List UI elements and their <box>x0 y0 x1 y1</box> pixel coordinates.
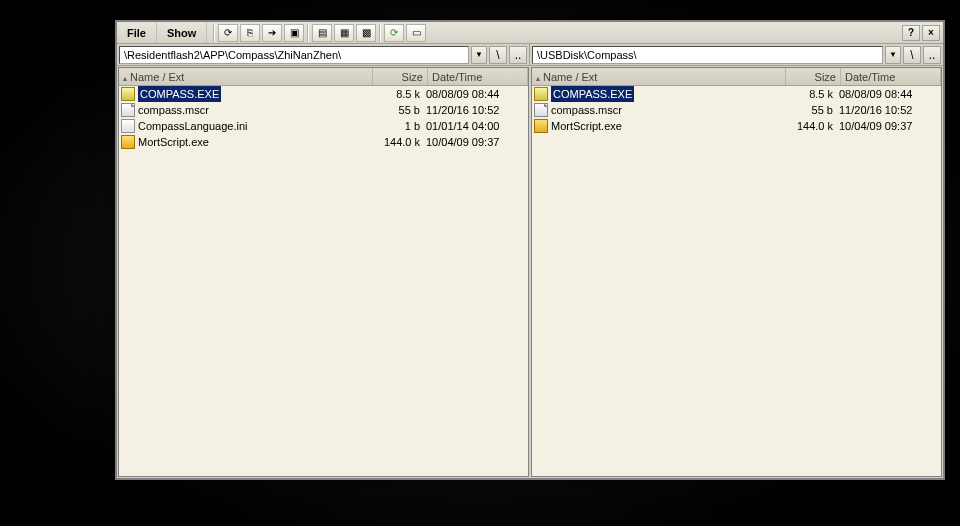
file-name: COMPASS.EXE <box>551 86 634 102</box>
toolbar-separator <box>379 24 381 42</box>
tile-icon[interactable]: ▩ <box>356 24 376 42</box>
menubar: File Show ⟳ ⎘ ➔ ▣ ▤ ▦ ▩ ⟳ ▭ ? × <box>117 22 943 44</box>
copy-icon[interactable]: ⎘ <box>240 24 260 42</box>
right-root-button[interactable]: \ <box>903 46 921 64</box>
help-button[interactable]: ? <box>902 25 920 41</box>
left-up-button[interactable]: .. <box>509 46 527 64</box>
file-row[interactable]: COMPASS.EXE8.5 k08/08/09 08:44 <box>119 86 528 102</box>
file-row[interactable]: MortScript.exe144.0 k10/04/09 09:37 <box>532 118 941 134</box>
file-date: 11/20/16 10:52 <box>839 102 939 118</box>
move-icon[interactable]: ➔ <box>262 24 282 42</box>
file-size: 144.0 k <box>784 118 839 134</box>
file-row[interactable]: MortScript.exe144.0 k10/04/09 09:37 <box>119 134 528 150</box>
refresh-icon[interactable]: ⟳ <box>384 24 404 42</box>
left-col-date[interactable]: Date/Time <box>428 68 528 85</box>
right-col-size[interactable]: Size <box>786 68 841 85</box>
toolbar-separator <box>307 24 309 42</box>
menu-file[interactable]: File <box>117 22 157 43</box>
right-column-header: ▴Name / Ext Size Date/Time <box>532 68 941 86</box>
file-manager-window: File Show ⟳ ⎘ ➔ ▣ ▤ ▦ ▩ ⟳ ▭ ? × <box>115 20 945 480</box>
file-name-cell: MortScript.exe <box>121 134 371 150</box>
path-row: \Residentflash2\APP\Compass\ZhiNanZhen\ … <box>117 44 943 66</box>
file-date: 10/04/09 09:37 <box>839 118 939 134</box>
left-col-size[interactable]: Size <box>373 68 428 85</box>
file-name-cell: compass.mscr <box>534 102 784 118</box>
file-row[interactable]: COMPASS.EXE8.5 k08/08/09 08:44 <box>532 86 941 102</box>
file-size: 8.5 k <box>371 86 426 102</box>
file-row[interactable]: compass.mscr55 b11/20/16 10:52 <box>532 102 941 118</box>
file-name: COMPASS.EXE <box>138 86 221 102</box>
file-name: compass.mscr <box>138 102 209 118</box>
file-date: 10/04/09 09:37 <box>426 134 526 150</box>
ini-icon <box>121 119 135 133</box>
view-list-icon[interactable]: ▤ <box>312 24 332 42</box>
right-path-input[interactable]: \USBDisk\Compass\ <box>532 46 883 64</box>
file-row[interactable]: CompassLanguage.ini1 b01/01/14 04:00 <box>119 118 528 134</box>
exe-icon <box>121 87 135 101</box>
refresh-left-icon[interactable]: ⟳ <box>218 24 238 42</box>
view-details-icon[interactable]: ▦ <box>334 24 354 42</box>
file-size: 144.0 k <box>371 134 426 150</box>
file-row[interactable]: compass.mscr55 b11/20/16 10:52 <box>119 102 528 118</box>
file-name: MortScript.exe <box>138 134 209 150</box>
left-panel: ▴Name / Ext Size Date/Time COMPASS.EXE8.… <box>118 67 529 477</box>
sort-indicator-icon: ▴ <box>123 74 127 83</box>
file-size: 55 b <box>784 102 839 118</box>
left-file-list[interactable]: COMPASS.EXE8.5 k08/08/09 08:44compass.ms… <box>119 86 528 476</box>
file-date: 01/01/14 04:00 <box>426 118 526 134</box>
left-root-button[interactable]: \ <box>489 46 507 64</box>
file-name-cell: COMPASS.EXE <box>534 86 784 102</box>
file-name-cell: MortScript.exe <box>534 118 784 134</box>
chevron-down-icon: ▼ <box>889 50 897 59</box>
left-path-cell: \Residentflash2\APP\Compass\ZhiNanZhen\ … <box>117 44 530 65</box>
panels: ▴Name / Ext Size Date/Time COMPASS.EXE8.… <box>117 66 943 478</box>
file-name: MortScript.exe <box>551 118 622 134</box>
sort-indicator-icon: ▴ <box>536 74 540 83</box>
chevron-down-icon: ▼ <box>475 50 483 59</box>
file-date: 11/20/16 10:52 <box>426 102 526 118</box>
file-size: 1 b <box>371 118 426 134</box>
mort-icon <box>121 135 135 149</box>
left-col-name-label: Name / Ext <box>130 71 184 83</box>
exe-icon <box>534 87 548 101</box>
file-date: 08/08/09 08:44 <box>839 86 939 102</box>
right-up-button[interactable]: .. <box>923 46 941 64</box>
left-path-input[interactable]: \Residentflash2\APP\Compass\ZhiNanZhen\ <box>119 46 469 64</box>
file-icon <box>121 103 135 117</box>
file-size: 55 b <box>371 102 426 118</box>
file-icon <box>534 103 548 117</box>
right-path-cell: \USBDisk\Compass\ ▼ \ .. <box>530 44 943 65</box>
left-column-header: ▴Name / Ext Size Date/Time <box>119 68 528 86</box>
toolbar: ⟳ ⎘ ➔ ▣ ▤ ▦ ▩ ⟳ ▭ <box>207 22 427 43</box>
toolbar-separator <box>213 24 215 42</box>
titlebar-sysbuttons: ? × <box>901 22 943 43</box>
file-name: compass.mscr <box>551 102 622 118</box>
file-name-cell: COMPASS.EXE <box>121 86 371 102</box>
right-path-dropdown[interactable]: ▼ <box>885 46 901 64</box>
right-col-name-label: Name / Ext <box>543 71 597 83</box>
mort-icon <box>534 119 548 133</box>
right-panel: ▴Name / Ext Size Date/Time COMPASS.EXE8.… <box>531 67 942 477</box>
right-col-date[interactable]: Date/Time <box>841 68 941 85</box>
menu-show[interactable]: Show <box>157 22 207 43</box>
close-button[interactable]: × <box>922 25 940 41</box>
file-date: 08/08/09 08:44 <box>426 86 526 102</box>
left-col-name[interactable]: ▴Name / Ext <box>119 68 373 85</box>
mark-icon[interactable]: ▭ <box>406 24 426 42</box>
file-name-cell: compass.mscr <box>121 102 371 118</box>
right-file-list[interactable]: COMPASS.EXE8.5 k08/08/09 08:44compass.ms… <box>532 86 941 476</box>
new-folder-icon[interactable]: ▣ <box>284 24 304 42</box>
right-col-name[interactable]: ▴Name / Ext <box>532 68 786 85</box>
file-name: CompassLanguage.ini <box>138 118 247 134</box>
file-name-cell: CompassLanguage.ini <box>121 118 371 134</box>
left-path-dropdown[interactable]: ▼ <box>471 46 487 64</box>
file-size: 8.5 k <box>784 86 839 102</box>
